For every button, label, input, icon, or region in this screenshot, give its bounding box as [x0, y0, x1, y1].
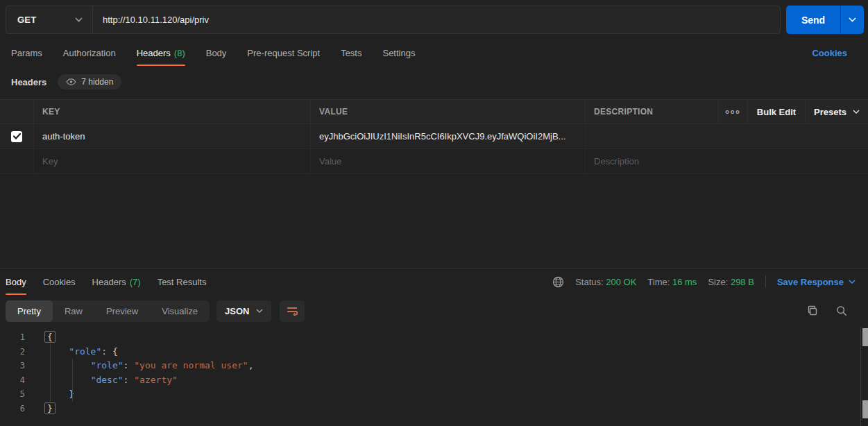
- chevron-down-icon: [849, 17, 856, 22]
- scrollbar-thumb[interactable]: [862, 400, 868, 418]
- response-meta: Status: 200 OK Time: 16 ms Size: 298 B S…: [552, 275, 862, 288]
- format-label: JSON: [225, 306, 249, 316]
- response-tab-cookies[interactable]: Cookies: [43, 269, 76, 295]
- code-token: [47, 375, 91, 385]
- code-token: "you are normal user": [134, 360, 248, 370]
- view-visualize[interactable]: Visualize: [150, 300, 210, 322]
- code-line: 1{: [0, 330, 868, 345]
- response-tab-bar: Body Cookies Headers (7) Test Results St…: [0, 269, 868, 295]
- more-actions-icon[interactable]: ooo: [725, 108, 741, 115]
- indent-guide-line: [72, 359, 73, 402]
- row-enabled-checkbox[interactable]: [11, 131, 22, 142]
- url-input[interactable]: [93, 6, 780, 33]
- tab-body[interactable]: Body: [206, 40, 227, 66]
- view-raw[interactable]: Raw: [53, 300, 94, 322]
- send-button[interactable]: Send: [786, 6, 840, 34]
- line-number: 5: [0, 387, 32, 402]
- wrap-text-button[interactable]: [280, 300, 305, 322]
- column-value: VALUE: [319, 107, 348, 117]
- presets-dropdown[interactable]: Presets: [814, 107, 846, 117]
- response-tab-body[interactable]: Body: [6, 269, 26, 295]
- code-token: :: [124, 360, 135, 370]
- chevron-down-icon: [256, 309, 263, 313]
- new-key-input[interactable]: [42, 156, 302, 167]
- method-select[interactable]: GET: [6, 6, 93, 33]
- code-token: :: [124, 375, 135, 385]
- code-token: [47, 360, 91, 370]
- response-pane: Body Cookies Headers (7) Test Results St…: [0, 268, 868, 426]
- code-token: "desc": [91, 375, 124, 385]
- code-token: "azerty": [134, 375, 178, 385]
- fold-guide-line: [50, 343, 51, 402]
- response-tab-test-results[interactable]: Test Results: [158, 269, 207, 295]
- headers-count-badge: (8): [174, 48, 185, 58]
- code-token: ,: [248, 360, 254, 370]
- chevron-down-icon: [75, 17, 83, 22]
- divider: [765, 275, 766, 288]
- line-number: 1: [0, 330, 32, 345]
- copy-icon[interactable]: [807, 305, 818, 316]
- code-token: {: [44, 331, 56, 343]
- header-row-empty: [0, 149, 868, 174]
- view-preview[interactable]: Preview: [94, 300, 150, 322]
- request-tab-bar: Params Authorization Headers (8) Body Pr…: [0, 40, 868, 66]
- headers-section-title: Headers: [11, 77, 46, 87]
- header-row-auth-token: auth-token eyJhbGciOiJIUzI1NiIsInR5cCI6I…: [0, 124, 868, 149]
- header-key-cell[interactable]: auth-token: [42, 131, 85, 142]
- cookies-link[interactable]: Cookies: [812, 48, 857, 58]
- send-button-group: Send: [786, 6, 864, 34]
- tab-params[interactable]: Params: [11, 40, 42, 66]
- code-line: 2 "role": {: [0, 345, 868, 359]
- format-dropdown[interactable]: JSON: [216, 300, 271, 322]
- code-token: }: [44, 402, 56, 414]
- wrap-text-icon: [286, 306, 298, 316]
- code-line: 3 "role": "you are normal user",: [0, 359, 868, 373]
- code-line: 4 "desc": "azerty": [0, 373, 868, 388]
- method-label: GET: [17, 15, 36, 25]
- request-pane: GET Send Params Authorization Headers (8…: [0, 0, 868, 174]
- header-value-cell[interactable]: eyJhbGciOiJIUzI1NiIsInR5cCI6IkpXVCJ9.eyJ…: [319, 131, 565, 142]
- view-switcher: Pretty Raw Preview Visualize: [6, 300, 210, 322]
- line-number: 6: [0, 402, 32, 416]
- bulk-edit-button[interactable]: Bulk Edit: [757, 107, 796, 117]
- url-bar: GET Send: [0, 0, 868, 40]
- eye-icon: [66, 78, 76, 85]
- save-response-button[interactable]: Save Response: [777, 277, 856, 287]
- view-pretty[interactable]: Pretty: [6, 300, 53, 322]
- column-key: KEY: [42, 107, 60, 117]
- globe-icon[interactable]: [552, 276, 564, 288]
- tab-tests[interactable]: Tests: [341, 40, 361, 66]
- headers-table-header: KEY VALUE DESCRIPTION ooo Bulk Edit Pres…: [0, 99, 868, 124]
- hidden-headers-label: 7 hidden: [81, 77, 113, 87]
- line-number: 2: [0, 345, 32, 359]
- code-line: 6}: [0, 402, 868, 416]
- scrollbar-track[interactable]: [860, 327, 868, 426]
- status-badge: Status: 200 OK: [575, 277, 636, 287]
- new-description-input[interactable]: [594, 156, 860, 167]
- headers-table: KEY VALUE DESCRIPTION ooo Bulk Edit Pres…: [0, 99, 868, 174]
- tab-authorization[interactable]: Authorization: [63, 40, 116, 66]
- response-toolbar: Pretty Raw Preview Visualize JSON: [0, 295, 868, 327]
- new-value-input[interactable]: [319, 156, 577, 167]
- headers-subheader: Headers 7 hidden: [0, 70, 868, 94]
- chevron-down-icon: [853, 110, 860, 114]
- code-token: : {: [101, 346, 117, 357]
- response-tab-headers[interactable]: Headers (7): [92, 269, 141, 295]
- select-all-column: [0, 100, 33, 123]
- code-token: "role": [91, 360, 124, 370]
- time-badge: Time: 16 ms: [647, 277, 697, 287]
- chevron-down-icon: [849, 280, 856, 284]
- send-options-button[interactable]: [840, 6, 864, 34]
- tab-pre-request-script[interactable]: Pre-request Script: [247, 40, 320, 66]
- hidden-headers-toggle[interactable]: 7 hidden: [58, 74, 121, 90]
- tab-headers[interactable]: Headers (8): [137, 40, 185, 66]
- tab-settings[interactable]: Settings: [382, 40, 415, 66]
- code-line: 5 }: [0, 387, 868, 402]
- scrollbar-thumb[interactable]: [862, 328, 868, 346]
- response-headers-count-badge: (7): [130, 277, 141, 287]
- line-number: 4: [0, 373, 32, 388]
- line-number: 3: [0, 359, 32, 373]
- column-description: DESCRIPTION: [594, 107, 653, 117]
- response-body-editor[interactable]: 1{2 "role": {3 "role": "you are normal u…: [0, 327, 868, 424]
- search-icon[interactable]: [836, 305, 847, 316]
